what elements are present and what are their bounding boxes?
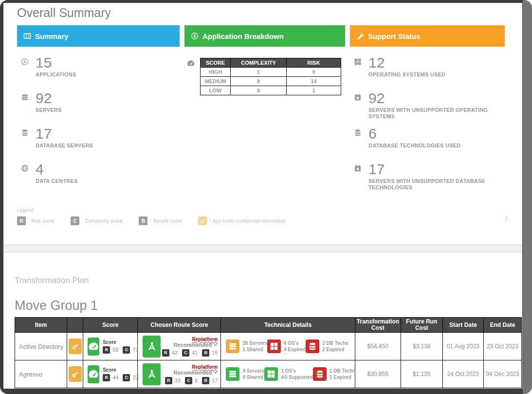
score-caption: Score [103,367,143,373]
application-route-icon [143,363,161,385]
start-date: 01 Aug 2023 [442,333,483,360]
column-header-score: Score [83,318,138,333]
report-window: Overall Summary Summary Application Brea… [0,0,532,394]
column-header: RISK [287,58,341,68]
stat-value: 92 [368,90,494,106]
report-canvas: Overall Summary Summary Application Brea… [3,3,522,389]
stat-database-servers: 17 DATABASE SERVERS [17,126,180,161]
column-header-confidential [67,318,83,333]
calendar-expired-icon [354,93,362,101]
risk-score: 42 [172,350,178,356]
column-header-item: Item [15,318,67,333]
future-run-cost: $3,138 [401,333,442,360]
stat-label: OPERATING SYSTEMS USED [368,72,445,78]
item-name: Active Directory [15,343,63,350]
risk-badge: R [17,216,26,225]
stat-value: 17 [36,126,93,142]
legend-item-benefit: B : Benefit score [139,216,182,225]
risk-count: 0 [287,68,341,77]
route-name-link[interactable]: Replatform [161,337,218,342]
table-row[interactable]: Agresso Sco [15,360,522,388]
page-title: Overall Summary [17,6,522,20]
column-header-end-date: End Date [483,318,521,333]
complexity-count: 1 [231,68,287,77]
column-header-future-run-cost: Future Run Cost [401,318,442,333]
overall-summary-page: Overall Summary Summary Application Brea… [3,3,522,245]
application-icon [21,58,29,66]
summary-stats: 15 APPLICATIONS 92 SERVERS [17,55,180,197]
page-divider [3,245,522,252]
windows-icon [264,367,278,381]
legend-item-complexity: C : Complexity score [71,216,122,225]
risk-score: 33 [175,377,181,383]
risk-score: 59 [112,347,118,353]
stat-unsupported-db-servers: 17 SERVERS WITH UNSUPPORTED DATABASE TEC… [350,161,505,197]
benefit-score: 17 [212,377,218,383]
database-icon [354,129,362,137]
start-date: 24 Oct 2023 [442,360,483,388]
stat-label: SERVERS [36,107,62,113]
benefit-score: 15 [212,350,218,356]
database-icon [21,129,29,137]
calendar-expired-icon [354,164,362,172]
confidential-key-icon [69,339,82,354]
route-recommended-dropdown[interactable]: Recommended [161,370,218,376]
stat-servers: 92 SERVERS [17,90,180,126]
table-icon [23,32,31,40]
stat-value: 17 [368,161,494,177]
risk-count: 1 [287,86,341,95]
risk-score: 44 [112,375,118,380]
benefit-badge: B [139,216,147,225]
support-status-panel-header: Support Status [350,25,505,47]
column-header-chosen-route: Chosen Route Score [138,318,221,333]
key-icon [198,216,207,225]
complexity-count: 8 [231,77,287,86]
database-icon [313,367,327,381]
benefit-badge: B [202,349,209,357]
gauge-icon [88,338,99,356]
transformation-plan-page: Transformation Plan Move Group 1 Item Sc… [3,252,522,389]
stat-database-technologies: 6 DATABASE TECHNOLOGIES USED [350,126,505,161]
complexity-score: 8 [195,377,198,383]
windows-icon [354,58,362,66]
table-row[interactable]: Active Directory [15,333,522,360]
benefit-badge: B [202,377,209,384]
complexity-score: 23 [132,375,138,380]
table-row: HIGH 1 0 [201,68,341,77]
move-group-title: Move Group 1 [15,298,512,313]
stat-label: APPLICATIONS [36,72,76,78]
stat-label: DATABASE TECHNOLOGIES USED [368,143,460,149]
chevron-down-icon [213,370,218,375]
server-icon [226,367,239,381]
stat-label: DATABASE SERVERS [36,143,93,149]
complexity-score: 77 [132,347,138,353]
stat-value: 4 [36,161,78,177]
complexity-badge: C [182,349,189,357]
summary-panel-title: Summary [35,32,68,40]
server-icon [21,93,29,101]
score-level: LOW [201,86,231,95]
column-header-transformation-cost: Transformation Cost [355,318,401,333]
legend-item-risk: R : Risk score [17,216,54,225]
complexity-count: 6 [231,86,287,95]
end-date: 04 Dec 2023 [483,360,521,388]
score-level: HIGH [201,68,231,77]
stat-label: DATA CENTRES [36,178,78,184]
complexity-badge: C [185,377,192,384]
stat-applications: 15 APPLICATIONS [17,55,180,90]
tech-database: 2 DB Techs 2 Expired [306,340,349,353]
route-recommended-dropdown[interactable]: Recommended [161,342,218,348]
table-row: MEDIUM 8 14 [201,77,341,86]
tech-servers: 26 Servers 1 Shared [226,340,267,353]
score-caption: Score [103,340,143,345]
column-header-technical-details: Technical Details [221,318,355,333]
legend: Legend: R : Risk score C : Complexity sc… [17,208,302,225]
risk-badge: R [103,374,110,381]
score-breakdown-table: SCORE COMPLEXITY RISK HIGH 1 0 [200,58,341,95]
stat-value: 12 [368,55,445,71]
risk-badge: R [103,346,110,354]
route-name-link[interactable]: Replatform [161,364,218,370]
column-header-start-date: Start Date [442,318,483,333]
transformation-cost: $54,450 [355,333,401,360]
support-status-stats: 12 OPERATING SYSTEMS USED 92 SERVERS WIT… [350,55,505,197]
